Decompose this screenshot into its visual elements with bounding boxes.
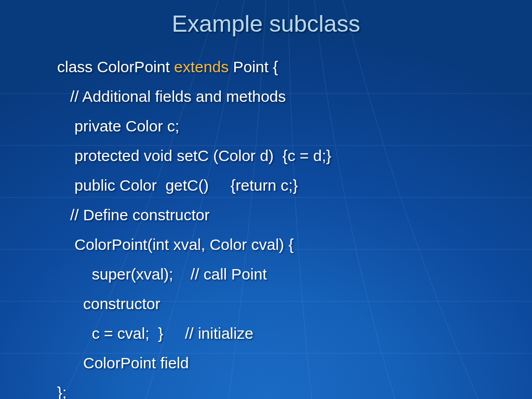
code-line-9: c = cval; } // initialize	[57, 318, 511, 348]
code-line-3: private Color c;	[57, 111, 511, 141]
slide-title: Example subclass	[21, 10, 511, 37]
keyword-extends: extends	[174, 58, 229, 75]
code-line-5: public Color getC() {return c;}	[57, 170, 511, 200]
slide: Example subclass class ColorPoint extend…	[0, 0, 532, 399]
code-line-6: // Define constructor	[57, 200, 511, 230]
code-block: class ColorPoint extends Point { // Addi…	[21, 52, 511, 399]
code-line-1: class ColorPoint extends Point {	[57, 52, 511, 82]
code-line-10: };	[57, 378, 511, 399]
code-line-9-wrap: ColorPoint field	[57, 348, 511, 378]
code-line-4: protected void setC (Color d) {c = d;}	[57, 141, 511, 170]
code-line-7: ColorPoint(int xval, Color cval) {	[57, 230, 511, 259]
code-line-2: // Additional fields and methods	[57, 82, 511, 111]
code-line-8-wrap: constructor	[57, 289, 511, 318]
code-line-8: super(xval); // call Point	[57, 259, 511, 289]
